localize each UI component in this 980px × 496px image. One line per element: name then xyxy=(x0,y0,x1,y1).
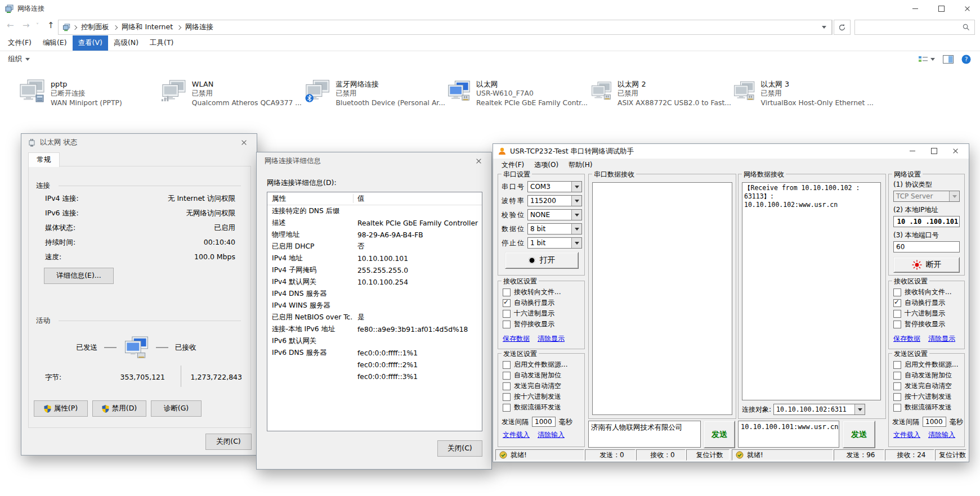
adapter-ethernet[interactable]: 以太网 USR-W610_F7A0 Realtek PCIe GbE Famil… xyxy=(447,79,588,108)
checkbox-row[interactable]: 自动换行显示 xyxy=(503,297,584,308)
table-row[interactable]: 已启用 DHCP否 xyxy=(267,241,482,252)
table-row[interactable]: IPv4 子网掩码255.255.255.0 xyxy=(267,264,482,276)
menu-edit[interactable]: 编辑(E) xyxy=(37,35,73,51)
checkbox[interactable] xyxy=(503,372,511,380)
network-receive-display[interactable]: 【Receive from 10.10.100.102 : 63113】: 10… xyxy=(742,182,881,400)
dropdown-button[interactable] xyxy=(571,196,581,206)
checkbox-row[interactable]: 发送完自动清空 xyxy=(893,381,964,391)
table-row[interactable]: 物理地址98-29-A6-9A-B4-FB xyxy=(267,229,482,241)
checkbox-row[interactable]: 自动换行显示 xyxy=(893,297,964,308)
adapter-bluetooth[interactable]: 蓝牙网络连接 已禁用 Bluetooth Device (Personal Ar… xyxy=(305,79,445,108)
connect-target-select[interactable]: 10.10.100.102:6311 xyxy=(773,404,865,415)
breadcrumb-control-panel[interactable]: 控制面板 xyxy=(81,22,109,32)
checkbox[interactable] xyxy=(893,288,901,296)
dropdown-button[interactable] xyxy=(854,404,865,414)
network-send-button[interactable]: 发送 xyxy=(843,421,875,448)
disable-button[interactable]: 禁用(D) xyxy=(92,400,146,417)
serial-send-button[interactable]: 发送 xyxy=(704,421,735,448)
address-bar[interactable]: 控制面板 网络和 Internet 网络连接 xyxy=(58,20,833,35)
clear-input-link[interactable]: 清除输入 xyxy=(928,430,955,440)
history-chevron-icon[interactable]: ˅ xyxy=(36,22,39,29)
table-row[interactable]: IPv4 DNS 服务器 xyxy=(267,288,482,300)
checkbox[interactable] xyxy=(503,299,511,307)
window-titlebar[interactable]: USR-TCP232-Test 串口转网络调试助手 xyxy=(493,144,969,159)
search-input[interactable] xyxy=(854,20,975,35)
preview-pane-icon[interactable] xyxy=(943,55,954,64)
stop-bits-select[interactable]: 1 bit xyxy=(527,237,582,249)
table-row[interactable]: IPv4 默认网关10.10.100.254 xyxy=(267,276,482,288)
table-row[interactable]: fec0:0:0:ffff::2%1 xyxy=(267,359,482,371)
interval-input[interactable]: 1000 xyxy=(532,417,556,427)
menu-view[interactable]: 查看(V) xyxy=(73,35,108,51)
adapter-pptp[interactable]: pptp 已断开连接 WAN Miniport (PPTP) xyxy=(19,79,159,108)
close-dialog-button[interactable]: 关闭(C) xyxy=(437,440,482,457)
checkbox[interactable] xyxy=(503,404,511,412)
up-icon[interactable]: ↑ xyxy=(47,20,55,30)
checkbox[interactable] xyxy=(503,382,511,390)
checkbox[interactable] xyxy=(503,361,511,369)
maximize-button[interactable] xyxy=(928,0,954,17)
serial-port-select[interactable]: COM3 xyxy=(527,181,582,192)
serial-send-input[interactable]: 济南有人物联网技术有限公司 xyxy=(588,421,701,448)
checkbox-row[interactable]: 十六进制显示 xyxy=(893,308,964,319)
open-port-button[interactable]: 打开 xyxy=(505,252,579,269)
protocol-select[interactable]: TCP Server xyxy=(893,191,960,202)
table-row[interactable]: fec0:0:0:ffff::3%1 xyxy=(267,371,482,382)
local-ip-input[interactable]: 10 .10 .100.101 xyxy=(893,216,960,227)
table-row[interactable]: IPv6 默认网关 xyxy=(267,335,482,347)
dropdown-button[interactable] xyxy=(571,238,581,248)
checkbox-row[interactable]: 启用文件数据源... xyxy=(893,359,964,370)
network-send-input[interactable]: 10.10.100.101:www.usr.cn xyxy=(738,421,839,448)
close-button[interactable] xyxy=(466,152,491,170)
checkbox-row[interactable]: 接收转向文件... xyxy=(893,287,964,297)
checkbox-row[interactable]: 暂停接收显示 xyxy=(503,319,584,330)
tab-general[interactable]: 常规 xyxy=(28,152,60,167)
checkbox-row[interactable]: 启用文件数据源... xyxy=(503,359,584,370)
checkbox[interactable] xyxy=(893,299,901,307)
table-row[interactable]: IPv6 DNS 服务器fec0:0:0:ffff::1%1 xyxy=(267,347,482,359)
dropdown-button[interactable] xyxy=(571,210,581,220)
dropdown-button[interactable] xyxy=(571,182,581,192)
minimize-button[interactable] xyxy=(902,0,928,17)
menu-advanced[interactable]: 高级(N) xyxy=(108,35,144,51)
breadcrumb-network-internet[interactable]: 网络和 Internet xyxy=(122,22,173,32)
checkbox-row[interactable]: 接收转向文件... xyxy=(503,287,584,297)
help-icon[interactable]: ? xyxy=(961,55,971,64)
menu-file[interactable]: 文件(F) xyxy=(2,35,37,51)
maximize-button[interactable] xyxy=(927,146,941,156)
checkbox[interactable] xyxy=(503,310,511,318)
checkbox[interactable] xyxy=(893,321,901,328)
dialog-titlebar[interactable]: 网络连接详细信息 xyxy=(257,152,491,170)
checkbox[interactable] xyxy=(893,361,901,369)
refresh-button[interactable] xyxy=(834,20,851,35)
forward-icon[interactable]: → xyxy=(23,20,30,30)
data-bits-select[interactable]: 8 bit xyxy=(527,223,582,235)
reset-count-button[interactable]: 复位计数 xyxy=(935,449,966,461)
save-data-link[interactable]: 保存数据 xyxy=(503,334,530,344)
table-row[interactable]: 连接-本地 IPv6 地址fe80::a9e9:3b91:af01:4d5d%1… xyxy=(267,323,482,335)
view-mode-button[interactable] xyxy=(918,55,935,64)
explorer-titlebar[interactable]: 网络连接 xyxy=(0,0,980,17)
organize-button[interactable]: 组织 xyxy=(8,55,30,64)
breadcrumb-network-connections[interactable]: 网络连接 xyxy=(185,22,213,32)
dialog-titlebar[interactable]: 以太网 状态 xyxy=(21,134,257,151)
dropdown-button[interactable] xyxy=(571,224,581,234)
checkbox[interactable] xyxy=(503,288,511,296)
checkbox[interactable] xyxy=(503,393,511,401)
dropdown-button[interactable] xyxy=(949,191,959,201)
checkbox[interactable] xyxy=(893,404,901,412)
close-button[interactable] xyxy=(948,146,962,156)
table-row[interactable]: IPv4 地址10.10.100.101 xyxy=(267,252,482,264)
menu-file[interactable]: 文件(F) xyxy=(496,160,529,170)
checkbox-row[interactable]: 数据流循环发送 xyxy=(503,402,584,413)
checkbox[interactable] xyxy=(893,393,901,401)
close-button[interactable] xyxy=(231,134,257,151)
clear-input-link[interactable]: 清除输入 xyxy=(538,430,565,440)
reset-count-button[interactable]: 复位计数 xyxy=(686,449,730,461)
clear-display-link[interactable]: 清除显示 xyxy=(928,334,955,344)
table-row[interactable]: 连接特定的 DNS 后缀 xyxy=(267,205,482,217)
checkbox-row[interactable]: 按十六进制发送 xyxy=(893,391,964,402)
table-row[interactable]: 描述Realtek PCIe GbE Family Controller xyxy=(267,217,482,229)
parity-select[interactable]: NONE xyxy=(527,209,582,220)
checkbox[interactable] xyxy=(893,382,901,390)
